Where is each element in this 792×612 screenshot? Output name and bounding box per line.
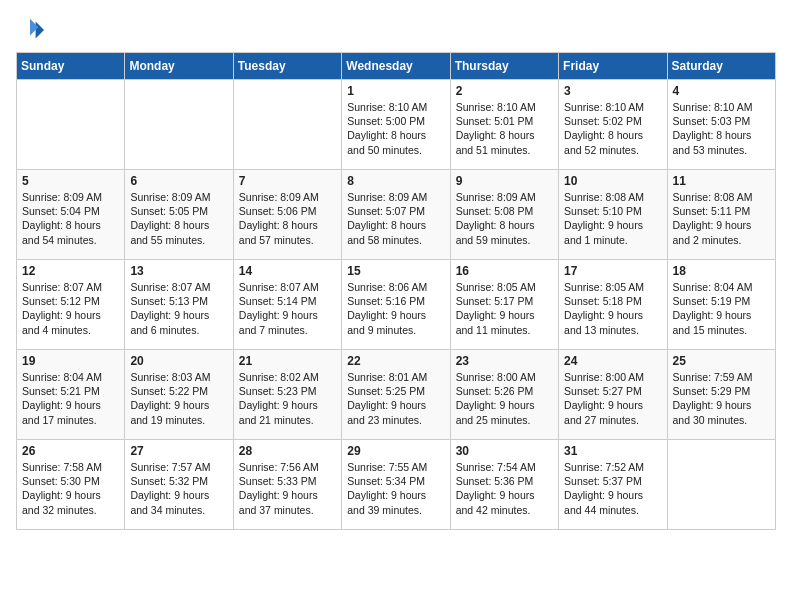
day-info: Sunset: 5:19 PM xyxy=(673,294,770,308)
header-wednesday: Wednesday xyxy=(342,53,450,80)
day-info: and 57 minutes. xyxy=(239,233,336,247)
day-info: Sunrise: 8:07 AM xyxy=(130,280,227,294)
day-info: Daylight: 8 hours xyxy=(456,128,553,142)
calendar-cell: 21Sunrise: 8:02 AMSunset: 5:23 PMDayligh… xyxy=(233,350,341,440)
day-info: Daylight: 9 hours xyxy=(239,398,336,412)
day-info: Daylight: 9 hours xyxy=(22,398,119,412)
day-info: Daylight: 9 hours xyxy=(564,218,661,232)
day-number: 9 xyxy=(456,174,553,188)
day-info: Sunset: 5:22 PM xyxy=(130,384,227,398)
day-info: Sunrise: 7:54 AM xyxy=(456,460,553,474)
day-number: 6 xyxy=(130,174,227,188)
day-info: Sunrise: 8:10 AM xyxy=(673,100,770,114)
day-number: 3 xyxy=(564,84,661,98)
day-info: Sunset: 5:11 PM xyxy=(673,204,770,218)
day-info: and 9 minutes. xyxy=(347,323,444,337)
day-info: Sunset: 5:04 PM xyxy=(22,204,119,218)
calendar-cell: 30Sunrise: 7:54 AMSunset: 5:36 PMDayligh… xyxy=(450,440,558,530)
day-info: and 52 minutes. xyxy=(564,143,661,157)
day-info: Sunrise: 8:09 AM xyxy=(347,190,444,204)
day-info: Daylight: 9 hours xyxy=(456,398,553,412)
day-info: and 51 minutes. xyxy=(456,143,553,157)
day-info: Sunrise: 8:05 AM xyxy=(564,280,661,294)
day-info: and 27 minutes. xyxy=(564,413,661,427)
day-info: Sunrise: 8:06 AM xyxy=(347,280,444,294)
calendar-cell: 29Sunrise: 7:55 AMSunset: 5:34 PMDayligh… xyxy=(342,440,450,530)
day-info: Daylight: 8 hours xyxy=(22,218,119,232)
day-info: Sunrise: 8:08 AM xyxy=(673,190,770,204)
day-info: Sunset: 5:27 PM xyxy=(564,384,661,398)
day-info: Sunset: 5:34 PM xyxy=(347,474,444,488)
day-info: and 53 minutes. xyxy=(673,143,770,157)
day-info: Daylight: 8 hours xyxy=(673,128,770,142)
calendar-cell: 12Sunrise: 8:07 AMSunset: 5:12 PMDayligh… xyxy=(17,260,125,350)
day-info: and 37 minutes. xyxy=(239,503,336,517)
day-info: and 55 minutes. xyxy=(130,233,227,247)
day-info: Sunrise: 8:09 AM xyxy=(22,190,119,204)
day-info: Daylight: 8 hours xyxy=(239,218,336,232)
day-info: Sunset: 5:05 PM xyxy=(130,204,227,218)
day-info: and 58 minutes. xyxy=(347,233,444,247)
day-number: 15 xyxy=(347,264,444,278)
calendar-cell: 17Sunrise: 8:05 AMSunset: 5:18 PMDayligh… xyxy=(559,260,667,350)
day-info: Daylight: 9 hours xyxy=(239,488,336,502)
calendar-cell: 14Sunrise: 8:07 AMSunset: 5:14 PMDayligh… xyxy=(233,260,341,350)
day-number: 25 xyxy=(673,354,770,368)
day-number: 22 xyxy=(347,354,444,368)
calendar-cell: 20Sunrise: 8:03 AMSunset: 5:22 PMDayligh… xyxy=(125,350,233,440)
day-info: Sunrise: 8:09 AM xyxy=(130,190,227,204)
calendar-table: SundayMondayTuesdayWednesdayThursdayFrid… xyxy=(16,52,776,530)
day-info: Sunrise: 7:58 AM xyxy=(22,460,119,474)
day-info: Sunrise: 8:05 AM xyxy=(456,280,553,294)
calendar-header-row: SundayMondayTuesdayWednesdayThursdayFrid… xyxy=(17,53,776,80)
calendar-cell: 25Sunrise: 7:59 AMSunset: 5:29 PMDayligh… xyxy=(667,350,775,440)
calendar-cell: 3Sunrise: 8:10 AMSunset: 5:02 PMDaylight… xyxy=(559,80,667,170)
day-info: Sunrise: 7:55 AM xyxy=(347,460,444,474)
day-number: 26 xyxy=(22,444,119,458)
day-info: Sunset: 5:32 PM xyxy=(130,474,227,488)
day-info: Sunrise: 8:02 AM xyxy=(239,370,336,384)
calendar-cell: 18Sunrise: 8:04 AMSunset: 5:19 PMDayligh… xyxy=(667,260,775,350)
day-info: Sunset: 5:12 PM xyxy=(22,294,119,308)
day-info: and 11 minutes. xyxy=(456,323,553,337)
day-info: Sunrise: 8:10 AM xyxy=(347,100,444,114)
header-thursday: Thursday xyxy=(450,53,558,80)
day-info: and 34 minutes. xyxy=(130,503,227,517)
day-number: 23 xyxy=(456,354,553,368)
day-info: and 30 minutes. xyxy=(673,413,770,427)
header-saturday: Saturday xyxy=(667,53,775,80)
day-info: and 39 minutes. xyxy=(347,503,444,517)
day-info: Sunset: 5:13 PM xyxy=(130,294,227,308)
day-number: 31 xyxy=(564,444,661,458)
calendar-cell: 24Sunrise: 8:00 AMSunset: 5:27 PMDayligh… xyxy=(559,350,667,440)
day-info: Daylight: 9 hours xyxy=(347,488,444,502)
day-number: 29 xyxy=(347,444,444,458)
calendar-cell: 15Sunrise: 8:06 AMSunset: 5:16 PMDayligh… xyxy=(342,260,450,350)
day-info: Sunset: 5:00 PM xyxy=(347,114,444,128)
day-info: Sunset: 5:25 PM xyxy=(347,384,444,398)
calendar-cell: 6Sunrise: 8:09 AMSunset: 5:05 PMDaylight… xyxy=(125,170,233,260)
day-number: 5 xyxy=(22,174,119,188)
day-info: Daylight: 9 hours xyxy=(456,308,553,322)
day-info: Daylight: 9 hours xyxy=(130,398,227,412)
day-number: 19 xyxy=(22,354,119,368)
calendar-week-2: 5Sunrise: 8:09 AMSunset: 5:04 PMDaylight… xyxy=(17,170,776,260)
day-info: Sunset: 5:16 PM xyxy=(347,294,444,308)
day-number: 12 xyxy=(22,264,119,278)
day-info: Sunrise: 7:57 AM xyxy=(130,460,227,474)
calendar-cell: 5Sunrise: 8:09 AMSunset: 5:04 PMDaylight… xyxy=(17,170,125,260)
day-info: Sunset: 5:17 PM xyxy=(456,294,553,308)
day-number: 14 xyxy=(239,264,336,278)
calendar-week-3: 12Sunrise: 8:07 AMSunset: 5:12 PMDayligh… xyxy=(17,260,776,350)
day-info: Daylight: 9 hours xyxy=(673,218,770,232)
day-info: Sunset: 5:07 PM xyxy=(347,204,444,218)
day-info: and 42 minutes. xyxy=(456,503,553,517)
header-sunday: Sunday xyxy=(17,53,125,80)
day-info: Sunset: 5:06 PM xyxy=(239,204,336,218)
day-info: Sunrise: 8:07 AM xyxy=(239,280,336,294)
day-info: Sunset: 5:29 PM xyxy=(673,384,770,398)
day-info: and 44 minutes. xyxy=(564,503,661,517)
day-number: 2 xyxy=(456,84,553,98)
day-info: and 25 minutes. xyxy=(456,413,553,427)
logo-icon xyxy=(16,16,44,44)
